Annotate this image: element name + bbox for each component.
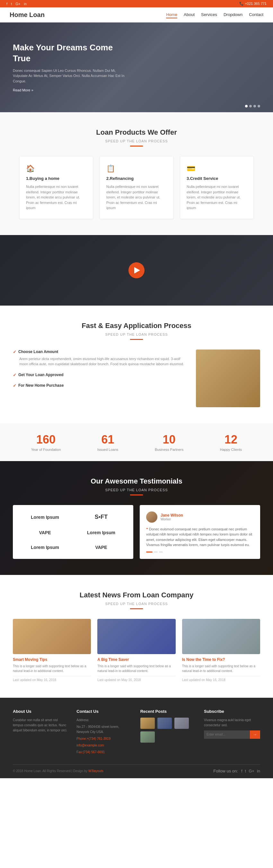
stat-label-1: Year of Foundation [31,447,61,452]
footer-fax[interactable]: Fax:(734) 567-6691 [77,750,105,754]
hero-dot-4[interactable] [257,105,260,107]
card-refinancing: 📋 2.Refinancing Nulla pellentesque mi no… [100,156,173,219]
footer-gplus-icon[interactable]: G+ [249,769,254,773]
subscribe-button[interactable]: → [250,731,260,739]
stats-row: 160 Year of Foundation 61 Issued Loans 1… [13,433,260,452]
news-image-2 [97,619,175,654]
footer-subscribe-text: Vivamus magna aukl lacinia eget consecte… [204,718,260,728]
logo-1: Lorem Ipsum [19,515,71,520]
footer-email[interactable]: info@example.com [77,744,104,747]
news-date-1: Last updated on May 16, 2018 [13,676,91,682]
testimonial-pagination [146,552,254,553]
stat-number-1: 160 [31,433,61,446]
twitter-icon[interactable]: t [11,2,12,6]
nav-about[interactable]: About [184,11,195,18]
copyright-text: © 2018 Home Loan. All Rights Reserved | … [13,769,103,773]
stat-label-4: Happy Clients [220,447,242,452]
logo-4: Lorem Ipsum [76,530,127,535]
hero-content: Make Your Dreams Come True Donec consequ… [13,42,125,92]
footer-address-label: Address: [77,718,89,722]
phone-number: 📞 +021 365 771 [239,2,267,6]
loan-products-section: Loan Products We Offer Speed Up The Loan… [0,112,273,235]
news-divider [130,608,143,609]
hero-dot-3[interactable] [253,105,256,107]
footer-about: About Us Curabitur non nulla sit amet ni… [13,709,69,756]
footer-subscribe: Subscribe Vivamus magna aukl lacinia ege… [204,709,260,756]
footer-twitter-icon[interactable]: t [245,769,246,773]
step-title-3: For New Home Purchase [13,383,186,388]
refinancing-icon: 📋 [106,164,167,173]
footer-phone[interactable]: Phone:+(734) 761-3919 [77,737,110,740]
stat-number-2: 61 [97,433,118,446]
author-role: Worker [161,518,183,521]
design-credit-link[interactable]: W3layouts [88,769,103,773]
app-process-subtitle: Speed Up The Loan Process [13,333,260,336]
tdot-3[interactable] [159,552,163,553]
hero-section: Make Your Dreams Come True Donec consequ… [0,23,273,112]
site-logo: Home Loan [10,11,45,19]
footer-linkedin-icon[interactable]: in [257,769,260,773]
news-section: Latest News From Loan Company Speed Up T… [0,575,273,698]
news-title-3: Is Now the Time to Fix? [182,657,260,662]
news-text-1: This is a longer said with supporting te… [13,664,91,673]
video-section [0,235,273,306]
stat-foundation: 160 Year of Foundation [31,433,61,452]
news-card-3: Is Now the Time to Fix? This is a longer… [182,619,260,682]
recent-img-1 [140,718,155,729]
credit-icon: 💳 [187,164,247,173]
recent-img-4 [140,732,155,743]
process-step-2: Get Your Loan Approved [13,373,186,377]
hero-dots [245,105,260,107]
nav-contact[interactable]: Contact [249,11,263,18]
footer-recent: Recent Posts [140,709,196,756]
card-text-2: Nulla pellentesque mi non iuvaret eleife… [106,184,167,211]
facebook-icon[interactable]: f [6,2,7,6]
testimonials-logos: Lorem Ipsum S▪FT VAPE Lorem Ipsum Lorem … [13,505,133,559]
news-date-2: Last updated on May 16, 2018 [97,676,175,682]
loan-products-title: Loan Products We Offer [13,128,260,136]
app-process-title: Fast & Easy Application Process [13,321,260,330]
testimonial-card: Jane Wilson Worker Donec euismod consequ… [140,505,260,559]
hero-dot-2[interactable] [249,105,252,107]
testimonial-author: Jane Wilson Worker [146,512,254,523]
nav-home[interactable]: Home [166,11,177,18]
footer-social-icons: f t G+ in [241,769,260,773]
follow-label: Follow us on: [213,769,238,773]
footer-contact-heading: Contact Us [77,709,132,714]
footer-contact-address: No.27 - 9504436 street lorem, Newyork Ci… [77,724,132,735]
stat-label-2: Issued Loans [97,447,118,452]
process-content: Choose Loan Amount Arem perietur dicta r… [13,349,260,407]
news-title: Latest News From Loan Company [13,591,260,599]
social-icons[interactable]: f t G+ in [6,2,29,6]
googleplus-icon[interactable]: G+ [16,2,20,6]
hero-title: Make Your Dreams Come True [13,42,125,64]
hero-cta[interactable]: Read More » [13,88,33,92]
author-info: Jane Wilson Worker [161,513,183,521]
step-text-1: Arem perietur dicta reprehenderit, omim … [19,356,186,367]
logo-3: VAPE [19,530,71,535]
top-bar: f t G+ in 📞 +021 365 771 [0,0,273,7]
news-subtitle: Speed Up The Loan Process [13,602,260,606]
hero-dot-1[interactable] [245,105,248,107]
step-title-1: Choose Loan Amount [13,349,186,354]
play-button[interactable] [129,262,144,278]
process-step-3: For New Home Purchase [13,383,186,388]
author-avatar [146,512,157,523]
app-process-section: Fast & Easy Application Process Speed Up… [0,306,273,423]
testimonial-text: Donec euismod consequat nec pretium cons… [146,527,254,548]
footer-bottom: © 2018 Home Loan. All Rights Reserved | … [13,765,260,773]
tdot-2[interactable] [154,552,158,553]
news-date-3: Last updated on May 16, 2018 [182,676,260,682]
linkedin-icon[interactable]: in [24,2,27,6]
nav-dropdown[interactable]: Dropdown [223,11,243,18]
nav-services[interactable]: Services [201,11,217,18]
nav-links: Home About Services Dropdown Contact [166,11,263,18]
tdot-1[interactable] [146,552,153,553]
footer-recent-heading: Recent Posts [140,709,196,714]
news-image-3 [182,619,260,654]
recent-img-3 [174,718,189,729]
loan-products-subtitle: Speed Up The Loan Process [13,139,260,143]
subscribe-input[interactable] [204,731,250,739]
footer-facebook-icon[interactable]: f [241,769,243,773]
card-buying-home: 🏠 1.Buying a home Nulla pellentesque mi … [19,156,93,219]
